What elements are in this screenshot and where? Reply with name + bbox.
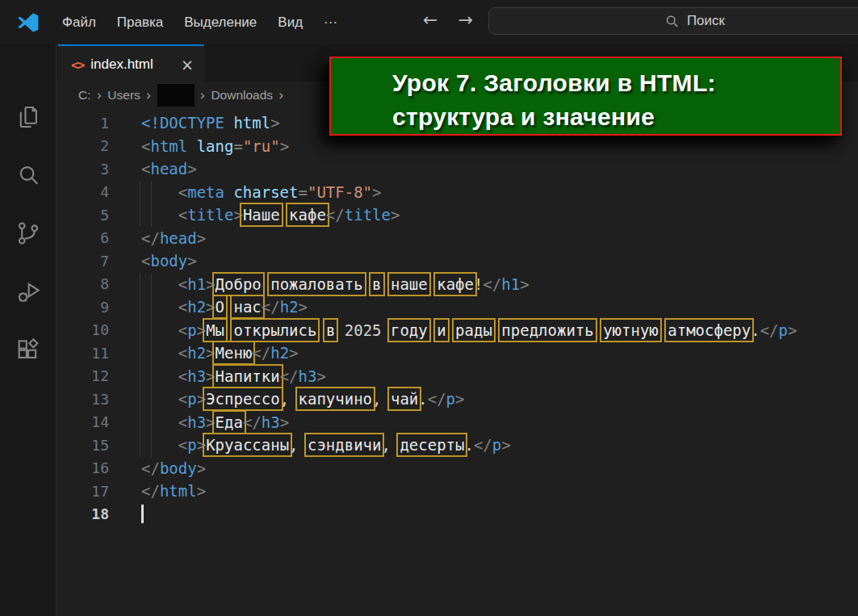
code-token: > bbox=[206, 344, 215, 362]
close-icon[interactable]: × bbox=[181, 56, 194, 73]
code-token: > bbox=[187, 252, 196, 270]
indent-guide bbox=[140, 411, 140, 434]
search-input[interactable]: Поиск bbox=[488, 7, 858, 35]
indent-guide bbox=[140, 203, 140, 227]
spellcheck-word-box: Еда bbox=[216, 413, 243, 431]
code-token: < bbox=[178, 206, 187, 224]
code-token: < bbox=[178, 298, 187, 316]
explorer-icon[interactable] bbox=[15, 103, 42, 131]
tab-label: index.html bbox=[90, 57, 153, 73]
code-token: , bbox=[289, 436, 308, 454]
run-debug-icon[interactable] bbox=[15, 278, 42, 305]
code-token: h2 bbox=[187, 344, 206, 362]
forward-arrow-icon[interactable]: → bbox=[452, 10, 479, 30]
code-token bbox=[659, 321, 668, 339]
back-arrow-icon[interactable]: ← bbox=[416, 10, 444, 30]
menu-view[interactable]: Вид bbox=[267, 8, 313, 37]
code-token: > bbox=[197, 390, 206, 408]
code-token: . bbox=[464, 436, 473, 454]
code-token: > bbox=[455, 390, 464, 408]
code-token: > bbox=[280, 413, 289, 431]
spellcheck-word-box: Мы bbox=[206, 321, 224, 339]
indent-guide bbox=[140, 181, 140, 204]
code-token bbox=[141, 206, 178, 224]
indent-guide bbox=[151, 181, 152, 204]
breadcrumb-downloads[interactable]: Downloads bbox=[211, 88, 273, 103]
code-token bbox=[141, 436, 178, 454]
code-token bbox=[141, 298, 178, 316]
code-text: <meta charset="UTF-8"> bbox=[141, 183, 381, 201]
code-token: > bbox=[197, 436, 206, 454]
menu-selection[interactable]: Выделение bbox=[174, 8, 267, 37]
search-sidebar-icon[interactable] bbox=[15, 161, 42, 189]
source-control-icon[interactable] bbox=[15, 220, 42, 247]
banner-title-line2: структура и значение bbox=[392, 100, 840, 134]
spellcheck-word-box: наше bbox=[391, 275, 428, 293]
code-token: 2025 bbox=[335, 321, 391, 339]
spellcheck-word-box: десерты bbox=[400, 436, 464, 454]
breadcrumb-users[interactable]: Users bbox=[107, 88, 140, 103]
indent-guide bbox=[140, 342, 140, 365]
code-token: > bbox=[299, 298, 308, 316]
line-number: 11 bbox=[57, 345, 109, 362]
spellcheck-word-box: пожаловать bbox=[270, 275, 362, 293]
code-token: </ bbox=[474, 436, 492, 454]
text-cursor bbox=[141, 505, 144, 523]
code-token bbox=[141, 413, 178, 431]
menu-more[interactable]: ··· bbox=[313, 8, 348, 37]
code-token: h1 bbox=[501, 275, 520, 293]
chevron-right-icon: › bbox=[146, 87, 152, 103]
spellcheck-word-box: году bbox=[391, 321, 428, 339]
code-token: title bbox=[187, 206, 233, 224]
code-token: </ bbox=[243, 413, 262, 431]
code-line: 12 <h3>Напитки</h3> bbox=[57, 365, 858, 388]
code-token: > bbox=[289, 344, 298, 362]
code-line: 17</html> bbox=[57, 480, 858, 503]
code-token: html bbox=[224, 114, 270, 132]
breadcrumb-drive[interactable]: C: bbox=[78, 88, 91, 103]
code-token bbox=[382, 275, 391, 293]
code-token: > bbox=[206, 367, 215, 385]
code-token: > bbox=[197, 459, 206, 477]
spellcheck-word-box: Круассаны bbox=[206, 436, 289, 454]
lesson-banner: Урок 7. Заголовки в HTML: структура и зн… bbox=[329, 57, 842, 136]
code-token: < bbox=[141, 252, 150, 270]
menu-file[interactable]: Файл bbox=[52, 8, 107, 37]
code-line: 9 <h2>О нас</h2> bbox=[57, 295, 858, 319]
indent-guide bbox=[151, 319, 152, 342]
spellcheck-word-box: рады bbox=[455, 321, 492, 339]
code-token: p bbox=[187, 321, 196, 339]
code-token: h3 bbox=[187, 367, 206, 385]
extensions-icon[interactable] bbox=[15, 336, 42, 363]
chevron-right-icon: › bbox=[278, 87, 284, 103]
chevron-right-icon: › bbox=[97, 87, 103, 103]
code-text: </html> bbox=[141, 482, 206, 500]
line-number: 7 bbox=[57, 253, 109, 270]
code-token: p bbox=[187, 436, 196, 454]
code-token: h1 bbox=[187, 275, 206, 293]
code-token: p bbox=[446, 390, 455, 408]
editor-pane[interactable]: 1<!DOCTYPE html>2<html lang="ru">3<head>… bbox=[57, 107, 858, 616]
tab-index-html[interactable]: <> index.html × bbox=[58, 44, 204, 83]
code-token bbox=[316, 321, 325, 339]
code-token: > bbox=[206, 275, 215, 293]
code-token: , bbox=[372, 390, 391, 408]
code-token: </ bbox=[141, 482, 160, 500]
code-token bbox=[224, 298, 233, 316]
code-token: > bbox=[788, 321, 797, 339]
code-token: </ bbox=[760, 321, 779, 339]
spellcheck-word-box: уютную bbox=[603, 321, 659, 339]
code-token: html bbox=[160, 482, 197, 500]
code-text: <h2>Меню</h2> bbox=[141, 344, 299, 362]
code-token: body bbox=[150, 252, 187, 270]
search-placeholder-label: Поиск bbox=[687, 13, 725, 29]
code-token: > bbox=[197, 482, 206, 500]
indent-guide bbox=[151, 295, 152, 319]
code-token: h2 bbox=[270, 344, 289, 362]
code-token: > bbox=[197, 321, 206, 339]
spellcheck-word-box: О bbox=[216, 298, 224, 316]
code-token bbox=[492, 321, 501, 339]
code-token: . bbox=[751, 321, 760, 339]
code-token: p bbox=[779, 321, 788, 339]
menu-edit[interactable]: Правка bbox=[107, 8, 174, 37]
